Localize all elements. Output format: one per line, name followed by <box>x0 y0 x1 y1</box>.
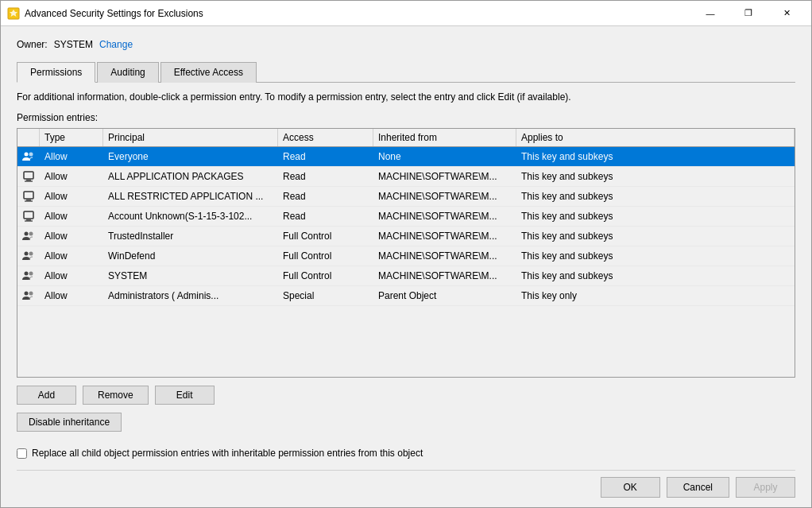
col-icon <box>17 129 40 146</box>
row-principal: ALL RESTRICTED APPLICATION ... <box>103 187 278 206</box>
table-row[interactable]: Allow Administrators ( Adminis... Specia… <box>17 286 795 306</box>
row-type: Allow <box>40 227 103 246</box>
apply-button[interactable]: Apply <box>736 477 795 498</box>
add-button[interactable]: Add <box>17 386 76 405</box>
group-icon <box>22 230 35 242</box>
replace-permissions-checkbox[interactable] <box>17 448 27 459</box>
row-inherited: None <box>373 147 516 166</box>
bottom-buttons: OK Cancel Apply <box>17 470 795 498</box>
table-row[interactable]: Allow Everyone Read None This key and su… <box>17 147 795 167</box>
row-inherited: MACHINE\SOFTWARE\M... <box>373 167 516 186</box>
group-icon <box>22 289 35 302</box>
window-icon <box>7 7 20 20</box>
svg-point-17 <box>29 271 33 275</box>
replace-checkbox-label: Replace all child object permission entr… <box>32 448 423 459</box>
svg-point-15 <box>29 251 33 255</box>
owner-row: Owner: SYSTEM Change <box>17 39 795 50</box>
svg-rect-9 <box>24 211 33 219</box>
group-icon <box>22 250 35 262</box>
ok-button[interactable]: OK <box>601 477 660 498</box>
close-button[interactable]: ✕ <box>768 4 805 23</box>
row-access: Read <box>278 167 373 186</box>
minimize-button[interactable]: — <box>692 4 729 23</box>
row-applies: This key and subkeys <box>516 207 795 226</box>
restore-button[interactable]: ❐ <box>730 4 767 23</box>
row-icon-cell <box>17 167 40 186</box>
row-access: Full Control <box>278 246 373 266</box>
row-access: Read <box>278 147 373 166</box>
edit-button[interactable]: Edit <box>155 386 215 405</box>
row-icon-cell <box>17 266 40 285</box>
row-icon-cell <box>17 246 40 266</box>
svg-point-19 <box>29 291 33 295</box>
row-applies: This key and subkeys <box>516 246 795 266</box>
svg-point-12 <box>25 231 29 235</box>
svg-point-13 <box>29 231 33 235</box>
table-row[interactable]: Allow ALL APPLICATION PACKAGES Read MACH… <box>17 167 795 187</box>
row-inherited: MACHINE\SOFTWARE\M... <box>373 187 516 206</box>
row-principal: WinDefend <box>103 246 278 266</box>
svg-point-2 <box>29 152 33 156</box>
main-window: Advanced Security Settings for Exclusion… <box>0 0 812 508</box>
row-principal: Everyone <box>103 147 278 166</box>
row-type: Allow <box>40 207 103 226</box>
info-text: For additional information, double-click… <box>17 91 795 104</box>
row-inherited: Parent Object <box>373 286 516 305</box>
row-applies: This key and subkeys <box>516 167 795 186</box>
tabs: Permissions Auditing Effective Access <box>17 61 795 83</box>
replace-checkbox-row: Replace all child object permission entr… <box>17 448 795 459</box>
row-type: Allow <box>40 246 103 266</box>
group-icon <box>22 270 35 282</box>
tab-effective-access[interactable]: Effective Access <box>160 62 257 83</box>
row-principal: ALL APPLICATION PACKAGES <box>103 167 278 186</box>
table-row[interactable]: Allow ALL RESTRICTED APPLICATION ... Rea… <box>17 187 795 207</box>
row-access: Read <box>278 207 373 226</box>
table-body: Allow Everyone Read None This key and su… <box>17 147 795 377</box>
remove-button[interactable]: Remove <box>83 386 149 405</box>
row-icon-cell <box>17 147 40 166</box>
tab-permissions[interactable]: Permissions <box>17 62 95 83</box>
table-row[interactable]: Allow Account Unknown(S-1-15-3-102... Re… <box>17 207 795 227</box>
col-access: Access <box>278 129 373 146</box>
cancel-button[interactable]: Cancel <box>667 477 729 498</box>
row-type: Allow <box>40 167 103 186</box>
row-type: Allow <box>40 266 103 285</box>
disable-inheritance-button[interactable]: Disable inheritance <box>17 413 122 432</box>
row-principal: Account Unknown(S-1-15-3-102... <box>103 207 278 226</box>
permission-table: Type Principal Access Inherited from App… <box>17 128 795 378</box>
svg-point-1 <box>25 152 29 156</box>
row-inherited: MACHINE\SOFTWARE\M... <box>373 246 516 266</box>
row-icon-cell <box>17 187 40 206</box>
col-applies: Applies to <box>516 129 795 146</box>
row-inherited: MACHINE\SOFTWARE\M... <box>373 227 516 246</box>
svg-rect-3 <box>24 172 33 179</box>
perm-entries-label: Permission entries: <box>17 112 795 123</box>
title-bar-controls: — ❐ ✕ <box>692 4 805 23</box>
row-icon-cell <box>17 207 40 226</box>
tab-auditing[interactable]: Auditing <box>97 62 158 83</box>
table-row[interactable]: Allow SYSTEM Full Control MACHINE\SOFTWA… <box>17 266 795 286</box>
action-buttons: Add Remove Edit <box>17 386 795 405</box>
table-row[interactable]: Allow TrustedInstaller Full Control MACH… <box>17 227 795 246</box>
title-bar: Advanced Security Settings for Exclusion… <box>1 1 811 26</box>
row-access: Special <box>278 286 373 305</box>
row-principal: TrustedInstaller <box>103 227 278 246</box>
window-title: Advanced Security Settings for Exclusion… <box>25 8 692 19</box>
row-applies: This key and subkeys <box>516 227 795 246</box>
table-header: Type Principal Access Inherited from App… <box>17 129 795 147</box>
row-access: Full Control <box>278 227 373 246</box>
row-applies: This key and subkeys <box>516 266 795 285</box>
row-type: Allow <box>40 187 103 206</box>
row-icon-cell <box>17 227 40 246</box>
row-access: Read <box>278 187 373 206</box>
window-content: Owner: SYSTEM Change Permissions Auditin… <box>1 26 811 507</box>
svg-point-18 <box>25 291 29 295</box>
col-principal: Principal <box>103 129 278 146</box>
computer-icon <box>22 210 35 223</box>
row-access: Full Control <box>278 266 373 285</box>
owner-label: Owner: <box>17 39 48 50</box>
table-row[interactable]: Allow WinDefend Full Control MACHINE\SOF… <box>17 246 795 266</box>
change-owner-link[interactable]: Change <box>99 39 133 50</box>
row-applies: This key and subkeys <box>516 147 795 166</box>
group-icon <box>22 150 35 163</box>
